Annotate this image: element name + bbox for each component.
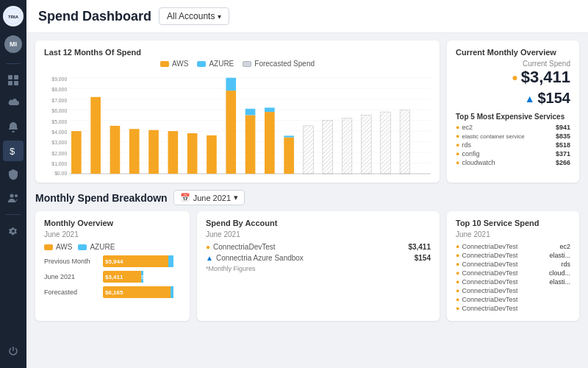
chart-title: Last 12 Months Of Spend: [44, 48, 431, 57]
svg-text:$9,000: $9,000: [51, 77, 67, 82]
sidebar-bottom: [3, 342, 24, 362]
bar-val-aws-forecast: $6,165: [105, 289, 123, 296]
azure-spend-value: $154: [538, 90, 571, 107]
shield-nav-icon[interactable]: [3, 164, 24, 185]
svg-text:$6,000: $6,000: [51, 108, 67, 113]
bar-row-june: June 2021 $3,411 $154: [44, 271, 181, 283]
svg-rect-68: [400, 110, 410, 174]
sidebar-divider-2: [6, 214, 21, 215]
top10-card: Top 10 Service Spend June 2021 ● Connect…: [447, 211, 579, 321]
aws-spend-value: $3,411: [521, 68, 570, 87]
main-content: Spend Dashboard All Accounts ▾ Last 12 M…: [26, 0, 588, 368]
top-row: Last 12 Months Of Spend AWS AZURE Foreca…: [35, 40, 579, 183]
monthly-overview-subtitle: June 2021: [44, 230, 181, 238]
chart-svg: $9,000 $8,000 $7,000 $6,000 $5,000 $4,00…: [44, 72, 431, 175]
bar-aws-prev: $5,944: [103, 255, 168, 267]
bottom-row: Monthly Overview June 2021 AWS AZURE: [35, 211, 579, 321]
azure-logo-icon: ▲: [525, 93, 535, 105]
sidebar: TRIA MI $: [0, 0, 26, 368]
svg-rect-51: [265, 112, 275, 174]
svg-text:$7,000: $7,000: [51, 98, 67, 103]
overview-title: Current Monthly Overview: [456, 48, 570, 57]
svg-rect-43: [207, 135, 217, 174]
bell-nav-icon[interactable]: [3, 117, 24, 138]
cloud-nav-icon[interactable]: [3, 93, 24, 114]
service-val-3: $518: [556, 141, 570, 149]
service-val-2: $835: [556, 132, 570, 140]
top10-account-5: ConnectriaDevTest: [462, 278, 517, 286]
top5-item-3: ● rds $518: [456, 141, 570, 149]
bar-val-aws-prev: $5,944: [105, 258, 123, 265]
top10-aws-icon-3: ●: [456, 261, 459, 268]
svg-rect-48: [245, 115, 256, 174]
account-val-2: $154: [415, 254, 431, 262]
svg-rect-49: [245, 109, 256, 116]
chevron-down-icon: ▾: [218, 13, 221, 21]
svg-rect-33: [110, 126, 121, 174]
top10-aws-icon-8: ●: [456, 305, 459, 312]
bar-legend: AWS AZURE: [44, 243, 181, 251]
svg-rect-31: [90, 97, 101, 174]
svg-text:$8,000: $8,000: [51, 87, 67, 92]
top10-list: ● ConnectriaDevTest ec2 ● ConnectriaDevT…: [456, 243, 570, 312]
top10-aws-icon-1: ●: [456, 243, 459, 250]
grid-nav-icon[interactable]: [3, 70, 24, 91]
svg-rect-35: [129, 129, 140, 174]
svg-rect-45: [226, 91, 236, 174]
service-val-4: $371: [556, 150, 570, 158]
svg-rect-37: [148, 130, 159, 174]
svg-text:$0.00: $0.00: [54, 171, 67, 175]
svg-rect-4: [8, 81, 12, 85]
top10-account-2: ConnectriaDevTest: [462, 252, 517, 259]
top10-subtitle: June 2021: [456, 230, 570, 238]
top10-row-1: ● ConnectriaDevTest ec2: [456, 243, 570, 250]
users-nav-icon[interactable]: [3, 188, 24, 208]
bar-aws-forecast: $6,165: [103, 286, 171, 298]
dashboard-content: Last 12 Months Of Spend AWS AZURE Foreca…: [26, 33, 588, 368]
top5-list: ● ec2 $941 ● elastic container service $…: [456, 124, 570, 166]
top10-aws-icon-6: ●: [456, 287, 459, 294]
svg-rect-55: [284, 135, 294, 137]
service-name-4: config: [462, 150, 479, 158]
month-picker-button[interactable]: 📅 June 2021 ▾: [173, 190, 245, 205]
section-title: Monthly Spend Breakdown: [35, 192, 168, 204]
top10-aws-icon-7: ●: [456, 296, 459, 303]
aws-service-icon-5: ●: [456, 159, 459, 166]
aws-service-icon-2: ●: [456, 132, 459, 140]
accounts-dropdown-button[interactable]: All Accounts ▾: [159, 7, 229, 25]
spend-by-account-subtitle: June 2021: [206, 230, 431, 238]
bar-azure-june: $154: [141, 271, 143, 283]
service-name-1: ec2: [462, 124, 473, 131]
svg-text:$3,000: $3,000: [51, 141, 67, 146]
bar-track-forecast: $6,165: [103, 286, 181, 298]
app-logo: TRIA: [3, 6, 24, 26]
dollar-nav-icon[interactable]: $: [3, 141, 24, 161]
settings-nav-icon[interactable]: [3, 221, 24, 241]
bar-row-forecast: Forecasted $6,165: [44, 286, 181, 298]
forecast-legend-dot: [243, 61, 251, 67]
top10-row-3: ● ConnectriaDevTest rds: [456, 261, 570, 268]
svg-rect-62: [342, 118, 352, 174]
svg-rect-5: [14, 81, 18, 85]
top10-account-6: ConnectriaDevTest: [462, 287, 517, 294]
power-nav-icon[interactable]: [3, 342, 24, 362]
sidebar-divider-1: [6, 63, 21, 64]
top10-aws-icon-2: ●: [456, 252, 459, 259]
legend-aws: AWS: [160, 60, 188, 68]
svg-rect-58: [304, 126, 314, 174]
top10-account-3: ConnectriaDevTest: [462, 261, 517, 268]
svg-rect-29: [71, 131, 82, 174]
aws-account-icon: ●: [206, 243, 210, 251]
svg-rect-46: [226, 78, 236, 91]
azure-account-icon: ▲: [206, 254, 213, 262]
azure-spend-row: ▲ $154: [456, 90, 570, 107]
top5-item-2: ● elastic container service $835: [456, 132, 570, 140]
top10-row-7: ● ConnectriaDevTest: [456, 296, 570, 303]
svg-rect-41: [187, 133, 198, 174]
top10-account-8: ConnectriaDevTest: [462, 305, 517, 312]
legend-forecast: Forecasted Spend: [243, 60, 315, 68]
bar-aws-dot: [44, 244, 53, 250]
page-header: Spend Dashboard All Accounts ▾: [26, 0, 588, 33]
account-row-1: ● ConnectriaDevTest $3,411: [206, 243, 431, 251]
account-val-1: $3,411: [408, 243, 431, 251]
